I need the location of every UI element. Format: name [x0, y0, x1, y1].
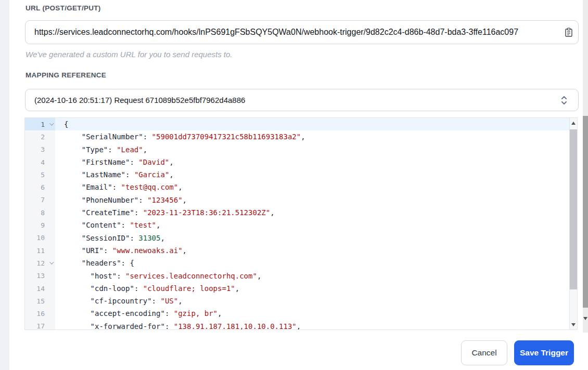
code-line[interactable]: "LastName": "Garcia",	[55, 168, 569, 181]
line-number: 11	[25, 247, 47, 255]
gutter-line[interactable]: 12	[25, 257, 55, 269]
workflow-canvas-background	[0, 0, 9, 370]
editor-scroll-thumb[interactable]	[570, 129, 577, 289]
line-number: 4	[25, 158, 47, 166]
line-number: 6	[25, 183, 47, 191]
line-number: 5	[25, 171, 47, 179]
line-number: 8	[25, 209, 47, 217]
gutter-line[interactable]: 4	[25, 156, 55, 168]
gutter-line[interactable]: 5	[25, 168, 55, 181]
gutter-line[interactable]: 9	[25, 219, 55, 231]
mapping-reference-select[interactable]: (2024-10-16 20:51:17) Request 671089b52e…	[25, 89, 579, 111]
gutter-line[interactable]: 11	[25, 244, 55, 257]
url-value[interactable]: https://services.leadconnectorhq.com/hoo…	[25, 28, 565, 37]
code-line[interactable]: "x-forwarded-for": "138.91.187.181,10.10…	[55, 320, 569, 329]
code-line[interactable]: "accept-encoding": "gzip, br",	[55, 307, 569, 320]
webhook-trigger-panel: URL (POST/GET/PUT) https://services.lead…	[0, 0, 588, 370]
line-number: 2	[25, 133, 47, 141]
url-input[interactable]: https://services.leadconnectorhq.com/hoo…	[25, 20, 579, 44]
code-line[interactable]: {	[55, 118, 569, 130]
line-number: 14	[25, 285, 47, 293]
line-number: 7	[25, 196, 47, 204]
code-line[interactable]: "URI": "www.newoaks.ai",	[55, 244, 569, 257]
code-line[interactable]: "Type": "Lead",	[55, 143, 569, 156]
gutter-line[interactable]: 1	[25, 118, 55, 130]
gutter-line[interactable]: 14	[25, 282, 55, 295]
code-line[interactable]: "Content": "test",	[55, 219, 569, 231]
line-number: 16	[25, 310, 47, 318]
code-line[interactable]: "FirstName": "David",	[55, 156, 569, 168]
code-line[interactable]: "host": "services.leadconnectorhq.com",	[55, 270, 569, 282]
line-number: 13	[25, 272, 47, 280]
gutter-line[interactable]: 8	[25, 206, 55, 219]
editor-gutter: 1234567891011121314151617	[25, 118, 55, 329]
gutter-line[interactable]: 13	[25, 270, 55, 282]
save-trigger-button[interactable]: Save Trigger	[514, 340, 574, 365]
mapping-selected-value: (2024-10-16 20:51:17) Request 671089b52e…	[25, 96, 560, 104]
url-helper-text: We've generated a custom URL for you to …	[25, 50, 233, 59]
scroll-down-icon[interactable]	[571, 323, 576, 326]
code-line[interactable]: "SessionID": 31305,	[55, 232, 569, 244]
code-line[interactable]: "SerialNumber": "59001dd73709417321c58b1…	[55, 130, 569, 143]
gutter-line[interactable]: 17	[25, 320, 55, 330]
panel-scroll-thumb[interactable]	[583, 116, 588, 308]
gutter-line[interactable]: 2	[25, 130, 55, 143]
code-line[interactable]: "PhoneNumber": "123456",	[55, 194, 569, 206]
up-down-chevron-icon	[560, 95, 578, 105]
line-number: 12	[25, 259, 47, 267]
gutter-line[interactable]: 10	[25, 232, 55, 244]
cancel-button[interactable]: Cancel	[461, 340, 507, 365]
fold-chevron-icon[interactable]	[49, 121, 54, 125]
line-number: 15	[25, 297, 47, 305]
code-line[interactable]: "Email": "test@qq.com",	[55, 181, 569, 193]
scroll-up-icon[interactable]	[571, 122, 576, 125]
line-number: 10	[25, 234, 47, 242]
panel-scroll-down-icon[interactable]	[583, 317, 587, 320]
line-number: 3	[25, 146, 47, 153]
panel-scrollbar[interactable]	[583, 0, 588, 333]
line-number: 17	[25, 322, 47, 330]
fold-chevron-icon[interactable]	[49, 260, 54, 265]
code-line[interactable]: "CreateTime": "2023-11-23T18:36:21.51230…	[55, 206, 569, 219]
line-number: 9	[25, 221, 47, 229]
code-line[interactable]: "headers": {	[55, 257, 569, 269]
editor-scrollbar[interactable]	[569, 118, 577, 329]
line-number: 1	[25, 121, 47, 128]
gutter-line[interactable]: 7	[25, 194, 55, 206]
code-editor[interactable]: 1234567891011121314151617 { "SerialNumbe…	[24, 117, 578, 330]
gutter-line[interactable]: 16	[25, 307, 55, 320]
url-label: URL (POST/GET/PUT)	[25, 4, 101, 12]
clipboard-icon[interactable]	[565, 28, 578, 37]
mapping-reference-label: MAPPING REFERENCE	[25, 71, 106, 79]
code-lines[interactable]: { "SerialNumber": "59001dd73709417321c58…	[55, 118, 569, 329]
code-line[interactable]: "cdn-loop": "cloudflare; loops=1",	[55, 282, 569, 295]
gutter-line[interactable]: 6	[25, 181, 55, 193]
code-line[interactable]: "cf-ipcountry": "US",	[55, 295, 569, 307]
gutter-line[interactable]: 3	[25, 143, 55, 156]
gutter-line[interactable]: 15	[25, 295, 55, 307]
